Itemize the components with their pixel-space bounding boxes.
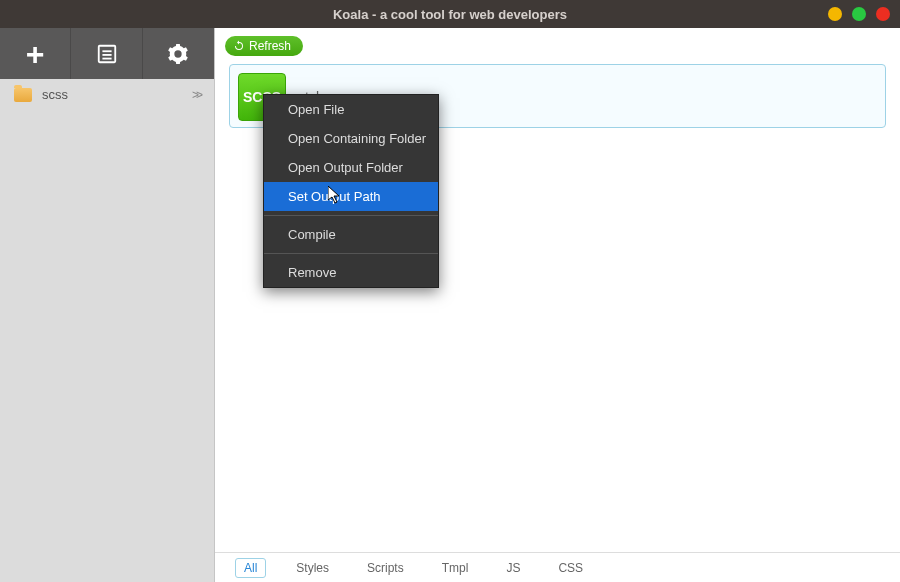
context-menu-item[interactable]: Compile [264,220,438,249]
window-controls [828,7,890,21]
footer-filter-js[interactable]: JS [498,559,528,577]
footer-filter-tmpl[interactable]: Tmpl [434,559,477,577]
context-menu-item[interactable]: Remove [264,258,438,287]
window-title: Koala - a cool tool for web developers [333,7,567,22]
sidebar: + scss >> [0,28,215,582]
footer-filter-css[interactable]: CSS [550,559,591,577]
chevron-right-icon: >> [192,88,200,102]
list-icon [96,43,118,65]
minimize-button[interactable] [828,7,842,21]
refresh-label: Refresh [249,39,291,53]
content: + scss >> [0,28,900,582]
footer-filter-styles[interactable]: Styles [288,559,337,577]
add-button[interactable]: + [0,28,71,79]
folder-icon [14,88,32,102]
context-menu-item[interactable]: Set Output Path [264,182,438,211]
titlebar: Koala - a cool tool for web developers [0,0,900,28]
footer-filter-all[interactable]: All [235,558,266,578]
settings-button[interactable] [143,28,214,79]
context-menu-separator [264,253,438,254]
gear-icon [167,43,189,65]
context-menu-item[interactable]: Open Containing Folder [264,124,438,153]
refresh-area: Refresh [215,28,900,64]
footer-filter-scripts[interactable]: Scripts [359,559,412,577]
context-menu-separator [264,215,438,216]
refresh-button[interactable]: Refresh [225,36,303,56]
toolbar: + [0,28,214,79]
folder-label: scss [42,87,182,102]
main: Refresh SCSS style.scss Open FileOpen Co… [215,28,900,582]
context-menu: Open FileOpen Containing FolderOpen Outp… [263,94,439,288]
context-menu-item[interactable]: Open Output Folder [264,153,438,182]
plus-icon: + [26,38,45,70]
refresh-icon [233,40,245,52]
list-button[interactable] [71,28,142,79]
context-menu-item[interactable]: Open File [264,95,438,124]
sidebar-folder-scss[interactable]: scss >> [0,79,214,110]
close-button[interactable] [876,7,890,21]
footer-filters: AllStylesScriptsTmplJSCSS [215,552,900,582]
maximize-button[interactable] [852,7,866,21]
